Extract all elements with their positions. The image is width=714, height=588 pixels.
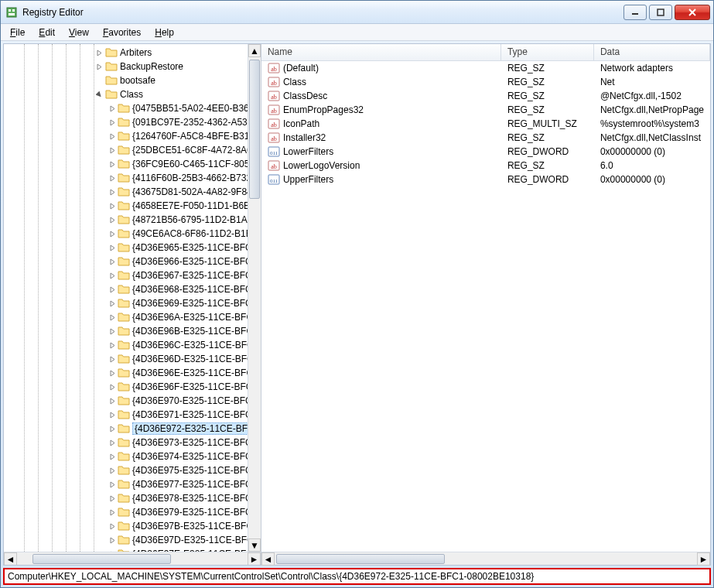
- tree-node-class-guid[interactable]: {4D36E965-E325-11CE-BFC1-0: [4, 241, 261, 255]
- column-header-data[interactable]: Data: [594, 44, 710, 60]
- expander-icon[interactable]: [109, 313, 116, 322]
- tree-node-class-guid[interactable]: {4D36E972-E325-11CE-BFC1-0: [4, 422, 261, 436]
- expander-icon[interactable]: [95, 49, 104, 57]
- expander-icon[interactable]: [109, 160, 116, 169]
- tree-vscrollbar[interactable]: ▲ ▼: [248, 44, 261, 552]
- value-row[interactable]: 011LowerFiltersREG_DWORD0x00000000 (0): [261, 145, 710, 159]
- tree-node-class-guid[interactable]: {4D36E966-E325-11CE-BFC1-0: [4, 255, 261, 268]
- expander-icon[interactable]: [109, 174, 116, 183]
- expander-icon[interactable]: [109, 244, 116, 252]
- expander-icon[interactable]: [109, 494, 116, 503]
- scroll-left-icon[interactable]: ◄: [4, 552, 17, 565]
- column-header-type[interactable]: Type: [501, 44, 594, 60]
- tree-vscroll-thumb[interactable]: [249, 60, 260, 199]
- value-row[interactable]: abIconPathREG_MULTI_SZ%systemroot%\syste…: [261, 117, 710, 131]
- tree-node-class-guid[interactable]: {4D36E970-E325-11CE-BFC1-0: [4, 394, 261, 408]
- expander-icon[interactable]: [109, 104, 116, 113]
- expander-icon[interactable]: [109, 383, 116, 391]
- expander-icon[interactable]: [109, 327, 116, 336]
- expander-icon[interactable]: [109, 355, 116, 364]
- expander-icon[interactable]: [109, 285, 116, 294]
- expander-icon[interactable]: [109, 230, 116, 238]
- expander-icon[interactable]: [95, 63, 104, 71]
- tree-node-class-guid[interactable]: {4D36E96B-E325-11CE-BFC1-0: [4, 324, 261, 338]
- tree-hscroll-thumb[interactable]: [32, 554, 171, 564]
- tree-node-class-guid[interactable]: {4D36E978-E325-11CE-BFC1-0: [4, 491, 261, 505]
- tree-node-bootsafe[interactable]: bootsafe: [4, 74, 261, 87]
- expander-icon[interactable]: [109, 299, 116, 308]
- expander-icon[interactable]: [109, 272, 116, 280]
- expander-icon[interactable]: [109, 480, 116, 489]
- expander-icon[interactable]: [109, 411, 116, 419]
- expander-icon[interactable]: [95, 91, 104, 99]
- expander-icon[interactable]: [109, 118, 116, 127]
- scroll-left-icon[interactable]: ◄: [261, 552, 275, 566]
- expander-icon[interactable]: [109, 369, 116, 378]
- expander-icon[interactable]: [109, 132, 116, 141]
- tree-node-class-guid[interactable]: {43675D81-502A-4A82-9F84-E: [4, 185, 261, 199]
- values-list[interactable]: ab(Default)REG_SZNetwork adaptersabClass…: [261, 61, 710, 565]
- value-row[interactable]: 011UpperFiltersREG_DWORD0x00000000 (0): [261, 173, 710, 186]
- value-row[interactable]: abLowerLogoVersionREG_SZ6.0: [261, 159, 710, 173]
- tree-node-class[interactable]: Class: [4, 87, 261, 101]
- expander-icon[interactable]: [109, 216, 116, 224]
- expander-icon[interactable]: [109, 467, 116, 475]
- maximize-button[interactable]: [649, 5, 672, 20]
- values-hscroll-thumb[interactable]: [276, 554, 445, 564]
- menu-file[interactable]: File: [4, 26, 31, 39]
- tree-node-class-guid[interactable]: {4D36E97D-E325-11CE-BFC1-0: [4, 533, 261, 547]
- tree-node-class-guid[interactable]: {4D36E973-E325-11CE-BFC1-0: [4, 436, 261, 450]
- expander-icon[interactable]: [95, 77, 104, 85]
- value-row[interactable]: ab(Default)REG_SZNetwork adapters: [261, 61, 710, 75]
- scroll-right-icon[interactable]: ►: [697, 552, 710, 566]
- tree-node-class-guid[interactable]: {48721B56-6795-11D2-B1A8-0: [4, 213, 261, 227]
- expander-icon[interactable]: [109, 522, 116, 531]
- tree-node-class-guid[interactable]: {4D36E96C-E325-11CE-BFC1-0: [4, 338, 261, 352]
- expander-icon[interactable]: [109, 453, 116, 461]
- tree-node-arbiters[interactable]: Arbiters: [4, 46, 261, 60]
- tree-node-backuprestore[interactable]: BackupRestore: [4, 60, 261, 74]
- tree-node-class-guid[interactable]: {4D36E975-E325-11CE-BFC1-0: [4, 463, 261, 477]
- scroll-down-icon[interactable]: ▼: [248, 538, 261, 552]
- tree-node-class-guid[interactable]: {4D36E969-E325-11CE-BFC1-0: [4, 296, 261, 310]
- tree-node-class-guid[interactable]: {49CE6AC8-6F86-11D2-B1E5-0: [4, 227, 261, 241]
- value-row[interactable]: abEnumPropPages32REG_SZNetCfgx.dll,NetPr…: [261, 103, 710, 117]
- tree-node-class-guid[interactable]: {0475BB51-5A02-4EE0-B36C-2: [4, 101, 261, 115]
- values-hscrollbar[interactable]: ◄ ►: [261, 552, 710, 565]
- titlebar[interactable]: Registry Editor: [1, 1, 713, 24]
- tree[interactable]: ArbitersBackupRestorebootsafeClass{0475B…: [4, 44, 261, 552]
- scroll-right-icon[interactable]: ►: [248, 552, 261, 565]
- expander-icon[interactable]: [109, 439, 116, 447]
- menu-favorites[interactable]: Favorites: [97, 26, 147, 39]
- minimize-button[interactable]: [623, 5, 647, 20]
- menu-view[interactable]: View: [63, 26, 95, 39]
- tree-node-class-guid[interactable]: {4658EE7E-F050-11D1-B6BD-0: [4, 199, 261, 213]
- expander-icon[interactable]: [109, 341, 116, 350]
- tree-node-class-guid[interactable]: {4D36E96D-E325-11CE-BFC1-0: [4, 352, 261, 366]
- value-row[interactable]: abInstaller32REG_SZNetCfgx.dll,NetClassI…: [261, 131, 710, 145]
- tree-node-class-guid[interactable]: {4D36E971-E325-11CE-BFC1-0: [4, 408, 261, 422]
- expander-icon[interactable]: [109, 508, 116, 517]
- tree-node-class-guid[interactable]: {25DBCE51-6C8F-4A72-8A6D-: [4, 143, 261, 157]
- expander-icon[interactable]: [109, 202, 116, 210]
- tree-node-class-guid[interactable]: {091BC97E-2352-4362-A539-1: [4, 115, 261, 129]
- expander-icon[interactable]: [109, 397, 116, 405]
- value-row[interactable]: abClassDescREG_SZ@NetCfgx.dll,-1502: [261, 89, 710, 103]
- tree-node-class-guid[interactable]: {4D36E977-E325-11CE-BFC1-0: [4, 477, 261, 491]
- scroll-up-icon[interactable]: ▲: [248, 44, 261, 57]
- tree-node-class-guid[interactable]: {4D36E96A-E325-11CE-BFC1-0: [4, 310, 261, 324]
- tree-node-class-guid[interactable]: {4D36E974-E325-11CE-BFC1-0: [4, 450, 261, 463]
- tree-hscrollbar[interactable]: ◄ ►: [4, 552, 261, 565]
- value-row[interactable]: abClassREG_SZNet: [261, 75, 710, 89]
- close-button[interactable]: [675, 5, 710, 20]
- tree-node-class-guid[interactable]: {4D36E96F-E325-11CE-BFC1-0: [4, 380, 261, 394]
- expander-icon[interactable]: [109, 258, 116, 266]
- column-header-name[interactable]: Name: [261, 44, 501, 60]
- tree-node-class-guid[interactable]: {4D36E97B-E325-11CE-BFC1-0: [4, 519, 261, 533]
- menu-edit[interactable]: Edit: [32, 26, 61, 39]
- expander-icon[interactable]: [109, 425, 116, 433]
- tree-node-class-guid[interactable]: {4D36E968-E325-11CE-BFC1-0: [4, 282, 261, 296]
- expander-icon[interactable]: [109, 146, 116, 155]
- tree-node-class-guid[interactable]: {4D36E96E-E325-11CE-BFC1-0: [4, 366, 261, 380]
- tree-node-class-guid[interactable]: {4D36E979-E325-11CE-BFC1-0: [4, 505, 261, 519]
